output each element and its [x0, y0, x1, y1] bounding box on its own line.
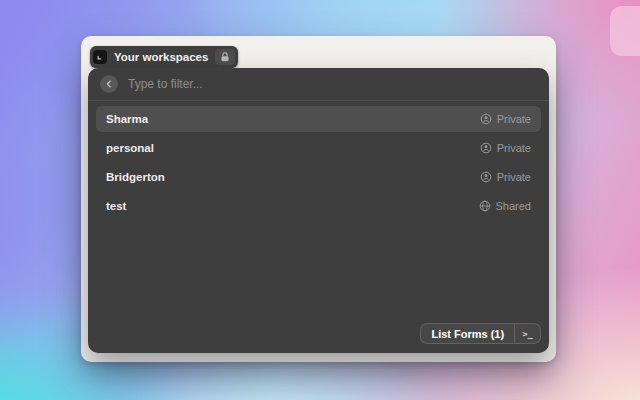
workspace-row[interactable]: Sharma Private: [96, 106, 541, 132]
filter-input[interactable]: [128, 77, 537, 91]
app-window: Your workspaces Sharma Private: [81, 36, 556, 362]
workspace-visibility: Shared: [479, 200, 531, 212]
workspace-visibility: Private: [480, 113, 531, 125]
user-circle-icon: [480, 113, 492, 125]
user-circle-icon: [480, 171, 492, 183]
workspace-visibility: Private: [480, 142, 531, 154]
filter-row: [88, 68, 549, 101]
lock-icon: [215, 49, 235, 65]
workspace-list: Sharma Private personal Private Bridgert…: [88, 101, 549, 323]
app-icon: [93, 50, 107, 64]
back-button[interactable]: [100, 75, 118, 93]
workspace-row[interactable]: personal Private: [96, 135, 541, 161]
command-panel: Sharma Private personal Private Bridgert…: [88, 68, 549, 353]
workspace-name: Sharma: [106, 113, 148, 125]
visibility-label: Private: [497, 171, 531, 183]
visibility-label: Private: [497, 113, 531, 125]
footer-actions: List Forms (1) >_: [420, 323, 541, 344]
workspace-visibility: Private: [480, 171, 531, 183]
background-shape: [610, 6, 640, 56]
visibility-label: Shared: [496, 200, 531, 212]
workspace-name: Bridgerton: [106, 171, 165, 183]
workspaces-trigger-button[interactable]: Your workspaces: [90, 46, 238, 68]
workspace-row[interactable]: test Shared: [96, 193, 541, 219]
workspace-row[interactable]: Bridgerton Private: [96, 164, 541, 190]
workspace-name: test: [106, 200, 126, 212]
user-circle-icon: [480, 142, 492, 154]
terminal-prompt-icon[interactable]: >_: [515, 324, 540, 343]
workspaces-trigger-label: Your workspaces: [114, 51, 208, 63]
workspace-name: personal: [106, 142, 154, 154]
visibility-label: Private: [497, 142, 531, 154]
panel-footer: List Forms (1) >_: [88, 323, 549, 353]
globe-icon: [479, 200, 491, 212]
list-forms-button[interactable]: List Forms (1): [421, 324, 514, 343]
